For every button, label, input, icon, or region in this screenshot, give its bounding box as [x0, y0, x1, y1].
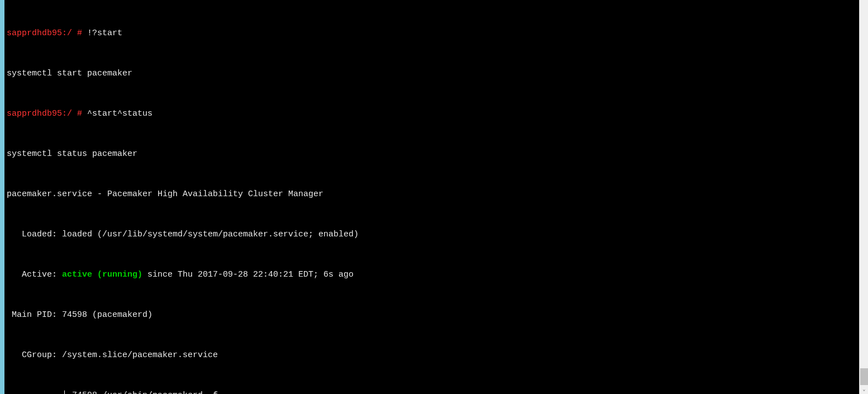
- output-line: Loaded: loaded (/usr/lib/systemd/system/…: [7, 228, 857, 241]
- output-line: CGroup: /system.slice/pacemaker.service: [7, 349, 857, 362]
- scrollbar-down-button[interactable]: ⌄: [860, 385, 868, 394]
- status-active: active (running): [62, 270, 142, 279]
- shell-prompt: sapprdhdb95:/ #: [7, 29, 82, 38]
- scrollbar-thumb[interactable]: [860, 368, 868, 385]
- scrollbar[interactable]: ⌄: [859, 0, 868, 394]
- command-text: !?start: [87, 29, 122, 38]
- shell-prompt: sapprdhdb95:/ #: [7, 109, 82, 118]
- active-label: Active:: [7, 270, 62, 279]
- command-text: ^start^status: [87, 109, 152, 118]
- output-line: Main PID: 74598 (pacemakerd): [7, 308, 857, 322]
- output-line: pacemaker.service - Pacemaker High Avail…: [7, 188, 857, 201]
- terminal-window[interactable]: sapprdhdb95:/ # !?start systemctl start …: [4, 0, 859, 394]
- cgroup-process: ├─74598 /usr/sbin/pacemakerd -f: [7, 389, 857, 394]
- chevron-down-icon: ⌄: [863, 386, 866, 393]
- active-time: since Thu 2017-09-28 22:40:21 EDT; 6s ag…: [142, 270, 354, 279]
- output-line: systemctl start pacemaker: [7, 67, 857, 80]
- active-status-line: Active: active (running) since Thu 2017-…: [7, 268, 857, 282]
- prompt-line: sapprdhdb95:/ # ^start^status: [7, 107, 857, 121]
- output-line: systemctl status pacemaker: [7, 148, 857, 161]
- prompt-line: sapprdhdb95:/ # !?start: [7, 27, 857, 40]
